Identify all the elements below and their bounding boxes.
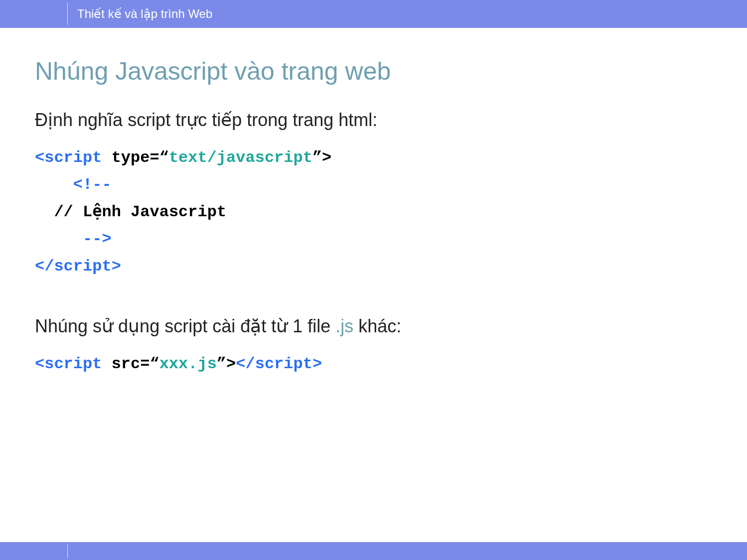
code-tag: <script bbox=[35, 355, 112, 373]
code-line: // Lệnh Javascript bbox=[35, 199, 712, 226]
code-attr-close: ”> bbox=[217, 355, 236, 373]
section2-heading: Nhúng sử dụng script cài đặt từ 1 file .… bbox=[35, 316, 712, 337]
heading-text: khác: bbox=[353, 316, 401, 336]
course-name: Thiết kế và lập trình Web bbox=[77, 7, 212, 21]
code-line: <!-- bbox=[35, 171, 712, 198]
header-divider bbox=[67, 3, 68, 25]
header-bar: Thiết kế và lập trình Web bbox=[0, 0, 747, 28]
code-tag: <script bbox=[35, 148, 112, 167]
footer-bar bbox=[0, 542, 747, 560]
code-string: text/javascript bbox=[169, 148, 312, 167]
slide-content: Nhúng Javascript vào trang web Định nghĩ… bbox=[0, 28, 747, 378]
section1-heading: Định nghĩa script trực tiếp trong trang … bbox=[35, 110, 712, 131]
code-block-2: <script src=“xxx.js”></script> bbox=[35, 351, 712, 378]
slide-title: Nhúng Javascript vào trang web bbox=[35, 57, 712, 86]
heading-js-ext: .js bbox=[335, 316, 353, 336]
code-string: xxx.js bbox=[159, 355, 217, 373]
code-tag-close: </script> bbox=[236, 355, 322, 373]
code-line: --> bbox=[35, 226, 712, 253]
code-attr: src=“ bbox=[112, 355, 159, 373]
code-line: <script src=“xxx.js”></script> bbox=[35, 351, 712, 378]
heading-text: Nhúng sử dụng script cài đặt từ 1 file bbox=[35, 316, 335, 336]
code-block-1: <script type=“text/javascript”> <!-- // … bbox=[35, 144, 712, 280]
code-attr-close: ”> bbox=[312, 148, 331, 167]
code-attr: type=“ bbox=[112, 148, 169, 167]
code-line: <script type=“text/javascript”> bbox=[35, 144, 712, 171]
code-line: </script> bbox=[35, 253, 712, 280]
footer-divider bbox=[67, 544, 68, 558]
